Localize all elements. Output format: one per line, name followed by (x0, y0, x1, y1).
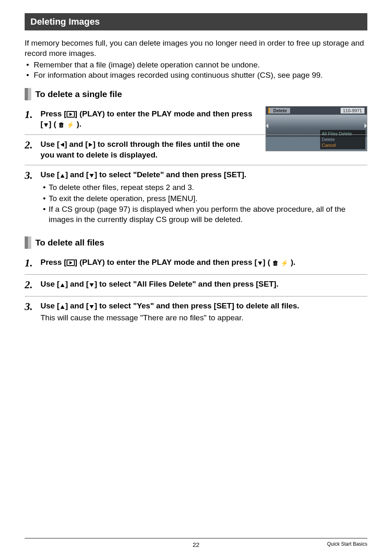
step-sublist: To delete other files, repeat steps 2 an… (43, 183, 367, 225)
svg-marker-4 (89, 143, 92, 147)
tip-item: Remember that a file (image) delete oper… (32, 60, 367, 70)
step-text: Use [] and [] to scroll through the file… (40, 139, 256, 160)
up-triangle-icon (60, 282, 65, 287)
subsection-title: To delete a single file (35, 88, 122, 100)
svg-marker-3 (60, 143, 64, 147)
step-item: 2. Use [] and [] to select "All Files De… (25, 275, 367, 296)
page-footer: 22 Quick Start Basics (25, 538, 367, 548)
step-text: Use [] and [] to select "All Files Delet… (40, 279, 367, 289)
right-triangle-icon (88, 142, 93, 148)
trash-icon: 🗑 (58, 121, 65, 128)
step-number: 3. (25, 301, 39, 313)
step-number: 3. (25, 169, 39, 182)
step-text: Use [] and [] to select "Delete" and the… (40, 169, 367, 180)
step-text: Use [] and [] to select "Yes" and then p… (40, 301, 367, 311)
subsection-delete-single: To delete a single file (25, 88, 367, 100)
tips-list: Remember that a file (image) delete oper… (25, 60, 367, 80)
step-subtext: This will cause the message "There are n… (40, 313, 367, 323)
down-triangle-icon (43, 123, 49, 127)
svg-marker-10 (60, 283, 65, 287)
step-sublist-item: To exit the delete operation, press [MEN… (48, 194, 367, 204)
subsection-title: To delete all files (35, 236, 104, 249)
flash-icon: ⚡ (67, 121, 74, 128)
step-item: 2. Use [] and [] to scroll through the f… (25, 135, 367, 165)
section-heading: Deleting Images (25, 13, 367, 30)
step-number: 1. (25, 109, 39, 121)
up-triangle-icon (60, 304, 65, 309)
step-item: 1. Press [] (PLAY) to enter the PLAY mod… (25, 104, 367, 135)
step-sublist-item: If a CS group (page 97) is displayed whe… (48, 204, 367, 225)
step-number: 2. (25, 139, 39, 151)
down-triangle-icon (257, 261, 263, 266)
play-icon (67, 259, 75, 266)
svg-marker-6 (90, 174, 94, 178)
intro-paragraph: If memory becomes full, you can delete i… (25, 38, 367, 58)
svg-marker-1 (69, 113, 72, 116)
down-triangle-icon (89, 282, 95, 287)
flash-icon: ⚡ (281, 259, 288, 266)
down-triangle-icon (89, 173, 95, 178)
down-triangle-icon (89, 304, 95, 309)
svg-marker-2 (44, 123, 48, 127)
svg-marker-9 (258, 262, 262, 265)
step-sublist-item: To delete other files, repeat steps 2 an… (48, 183, 367, 193)
svg-marker-12 (60, 305, 65, 309)
up-triangle-icon (60, 173, 65, 178)
svg-marker-5 (60, 174, 65, 178)
svg-marker-13 (90, 305, 94, 309)
svg-marker-11 (90, 283, 94, 287)
trash-icon: 🗑 (272, 259, 279, 266)
footer-section-name: Quick Start Basics (327, 541, 367, 547)
subsection-delete-all: To delete all files (25, 236, 367, 249)
page-number: 22 (25, 541, 367, 548)
tip-item: For information about images recorded us… (32, 70, 367, 81)
step-item: 3. Use [] and [] to select "Delete" and … (25, 165, 367, 230)
svg-marker-8 (69, 261, 72, 264)
step-item: 3. Use [] and [] to select "Yes" and the… (25, 296, 367, 328)
step-number: 1. (25, 257, 39, 269)
step-text: Press [] (PLAY) to enter the PLAY mode a… (40, 257, 367, 268)
play-icon (67, 111, 75, 118)
step-item: 1. Press [] (PLAY) to enter the PLAY mod… (25, 253, 367, 275)
step-number: 2. (25, 279, 39, 291)
left-triangle-icon (60, 142, 65, 148)
step-text: Press [] (PLAY) to enter the PLAY mode a… (40, 109, 256, 130)
